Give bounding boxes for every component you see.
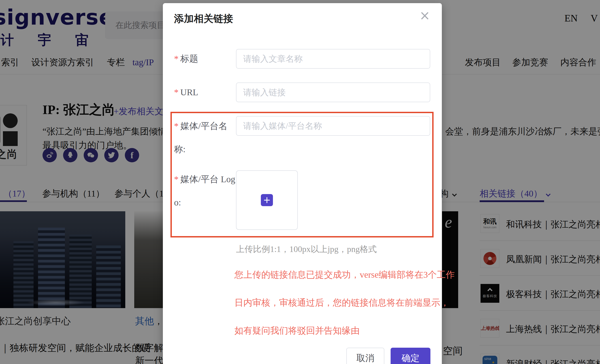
cancel-button[interactable]: 取消 [346,348,384,364]
media-name-field-label: *媒体/平台名称: [174,114,237,161]
logo-upload-dropzone[interactable]: + [236,170,298,230]
add-related-link-dialog: 添加相关链接 × *标题 *URL *媒体/平台名称: *媒体/平台 Logo:… [163,3,442,364]
required-asterisk: * [174,121,178,131]
title-field-label: *标题 [174,47,237,70]
required-asterisk: * [174,174,178,184]
review-notice: 您上传的链接信息已提交成功，verse编辑部将在3个工作 日内审核，审核通过后，… [234,261,455,345]
upload-plus-icon[interactable]: + [261,194,273,206]
required-asterisk: * [174,87,178,97]
media-logo-field-label: *媒体/平台 Logo: [174,168,237,214]
required-asterisk: * [174,54,178,64]
media-name-input[interactable] [236,116,430,136]
url-field-label: *URL [174,81,237,104]
review-notice-line: 如有疑问我们将驳回并告知缘由 [234,317,455,345]
dialog-title: 添加相关链接 [174,12,233,25]
title-input[interactable] [236,49,430,69]
dialog-footer: 取消 确定 [346,348,431,364]
close-icon[interactable]: × [419,9,430,22]
review-notice-line: 日内审核，审核通过后，您的链接信息将在前端显示， [234,289,455,317]
review-notice-line: 您上传的链接信息已提交成功，verse编辑部将在3个工作 [234,261,455,289]
page-root: designverse 设 计 宇 宙 在此搜索项目 EN V 索引 设计资源方… [0,0,600,364]
confirm-button[interactable]: 确定 [391,348,431,364]
url-input[interactable] [236,82,430,102]
upload-format-hint: 上传比例1:1，100px以上jpg，png格式 [236,244,377,255]
